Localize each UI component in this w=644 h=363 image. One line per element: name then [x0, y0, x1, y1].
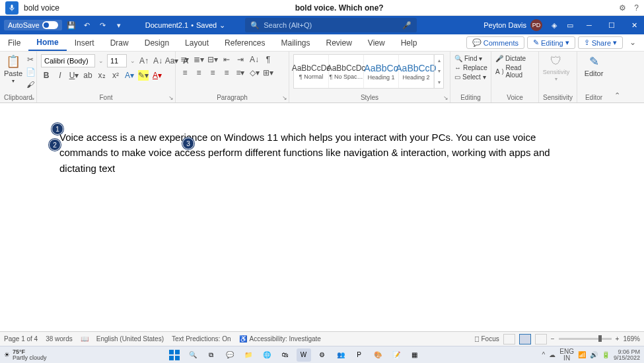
tab-references[interactable]: References: [217, 34, 273, 51]
tab-draw[interactable]: Draw: [102, 34, 137, 51]
styles-gallery[interactable]: AaBbCcDc¶ Normal AaBbCcDc¶ No Spac… AaBb…: [293, 54, 444, 89]
comments-button[interactable]: 💬 Comments: [466, 36, 524, 49]
search-task-icon[interactable]: 🔍: [186, 348, 200, 362]
shrink-font-icon[interactable]: A↓: [153, 56, 163, 66]
weather-widget[interactable]: 75°F Partly cloudy: [13, 349, 47, 361]
numbering-icon[interactable]: ≣▾: [194, 54, 204, 65]
word-icon[interactable]: W: [297, 348, 311, 362]
zoom-in-icon[interactable]: +: [616, 335, 620, 343]
user-account[interactable]: Peyton Davis PD: [481, 18, 545, 32]
find-button[interactable]: 🔍 Find ▾: [454, 54, 487, 63]
tab-review[interactable]: Review: [318, 34, 360, 51]
shading-icon[interactable]: ◇▾: [249, 67, 260, 78]
search-input[interactable]: 🔍 Search (Alt+Q) 🎤: [245, 18, 417, 32]
tab-insert[interactable]: Insert: [67, 34, 102, 51]
highlight-icon[interactable]: ✎▾: [138, 70, 149, 81]
style-heading2[interactable]: AaBbCcDHeading 2: [399, 55, 434, 88]
voice-mic-icon[interactable]: [5, 1, 18, 15]
borders-icon[interactable]: ⊞▾: [263, 67, 273, 78]
grow-font-icon[interactable]: A↑: [139, 56, 149, 66]
voice-help-icon[interactable]: ?: [634, 3, 639, 13]
task-view-icon[interactable]: ⧉: [204, 348, 219, 362]
explorer-icon[interactable]: 📁: [241, 348, 256, 362]
diamond-icon[interactable]: ◈: [548, 19, 561, 32]
styles-expand[interactable]: ▴▾▾: [434, 55, 443, 88]
cut-icon[interactable]: ✂: [25, 54, 36, 65]
document-canvas[interactable]: 1 2 3 Voice access is a new experience o…: [0, 103, 644, 331]
search-mic-icon[interactable]: 🎤: [402, 21, 411, 30]
disambiguation-badge-3[interactable]: 3: [182, 138, 194, 149]
underline-icon[interactable]: U▾: [69, 70, 79, 81]
minimize-button[interactable]: ─: [579, 16, 599, 34]
strike-icon[interactable]: ab: [83, 70, 93, 81]
select-button[interactable]: ▭ Select ▾: [454, 73, 487, 81]
redo-icon[interactable]: ↷: [96, 19, 110, 32]
tray-chevron-icon[interactable]: ^: [542, 351, 546, 358]
text-effects-icon[interactable]: A▾: [124, 70, 135, 81]
show-marks-icon[interactable]: ¶: [263, 54, 273, 65]
tab-home[interactable]: Home: [28, 34, 66, 51]
autosave-toggle[interactable]: AutoSave: [4, 20, 62, 30]
maximize-button[interactable]: ☐: [602, 16, 622, 34]
start-button[interactable]: [167, 348, 182, 362]
replace-button[interactable]: ↔ Replace: [454, 63, 487, 72]
tab-layout[interactable]: Layout: [177, 34, 217, 51]
save-icon[interactable]: 💾: [65, 19, 78, 32]
editing-mode-button[interactable]: ✎ Editing ▾: [527, 36, 575, 49]
clock[interactable]: 9:06 PM 9/15/2022: [614, 349, 640, 361]
app-mode-icon[interactable]: ▭: [563, 19, 577, 32]
sort-icon[interactable]: A↓: [249, 54, 260, 65]
voice-settings-icon[interactable]: ⚙: [619, 3, 626, 13]
qat-more-icon[interactable]: ▾: [112, 19, 125, 32]
view-print-icon[interactable]: [519, 334, 531, 344]
style-no-spacing[interactable]: AaBbCcDc¶ No Spac…: [329, 55, 364, 88]
align-center-icon[interactable]: ≡: [194, 67, 204, 78]
edge-icon[interactable]: 🌐: [260, 348, 274, 362]
justify-icon[interactable]: ≡: [221, 67, 232, 78]
editor-button[interactable]: ✎ Editor: [581, 54, 606, 77]
superscript-icon[interactable]: x²: [110, 70, 121, 81]
status-spellcheck-icon[interactable]: 📖: [81, 335, 89, 343]
tab-design[interactable]: Design: [137, 34, 177, 51]
tab-mailings[interactable]: Mailings: [273, 34, 318, 51]
settings-task-icon[interactable]: ⚙: [315, 348, 330, 362]
subscript-icon[interactable]: x₂: [96, 70, 107, 81]
status-language[interactable]: English (United States): [96, 335, 164, 343]
paragraph-dialog-launcher[interactable]: ↘: [282, 95, 287, 101]
powerpoint-icon[interactable]: P: [352, 348, 367, 362]
notes-icon[interactable]: 📝: [389, 348, 404, 362]
italic-icon[interactable]: I: [55, 70, 65, 81]
style-normal[interactable]: AaBbCcDc¶ Normal: [294, 55, 329, 88]
zoom-out-icon[interactable]: −: [551, 335, 555, 343]
store-icon[interactable]: 🛍: [278, 348, 293, 362]
disambiguation-badge-1[interactable]: 1: [52, 123, 63, 135]
focus-mode-button[interactable]: ⎕ Focus: [475, 335, 499, 343]
decrease-indent-icon[interactable]: ⇤: [221, 54, 232, 65]
teams-icon[interactable]: 👥: [334, 348, 348, 362]
read-aloud-button[interactable]: A) Read Aloud: [495, 63, 534, 79]
collapse-ribbon-icon[interactable]: ⌄: [626, 36, 640, 49]
font-color-icon[interactable]: A▾: [152, 70, 162, 81]
wifi-icon[interactable]: 📶: [578, 351, 586, 358]
font-family-select[interactable]: [41, 54, 95, 67]
status-accessibility[interactable]: ♿ Accessibility: Investigate: [239, 335, 321, 343]
close-button[interactable]: ✕: [624, 16, 644, 34]
status-predictions[interactable]: Text Predictions: On: [172, 335, 231, 343]
app-icon[interactable]: ▦: [408, 348, 422, 362]
view-read-icon[interactable]: [503, 334, 515, 344]
paint-icon[interactable]: 🎨: [371, 348, 385, 362]
zoom-level[interactable]: 169%: [623, 335, 640, 343]
align-right-icon[interactable]: ≡: [207, 67, 218, 78]
increase-indent-icon[interactable]: ⇥: [235, 54, 246, 65]
weather-icon[interactable]: ☀: [4, 351, 10, 358]
bold-icon[interactable]: B: [41, 70, 52, 81]
multilevel-icon[interactable]: ⊟▾: [207, 54, 218, 65]
disambiguation-badge-2[interactable]: 2: [49, 139, 61, 151]
volume-icon[interactable]: 🔊: [590, 351, 598, 358]
align-left-icon[interactable]: ≡: [180, 67, 190, 78]
styles-dialog-launcher[interactable]: ↘: [443, 95, 448, 101]
copy-icon[interactable]: 📄: [25, 67, 36, 77]
document-title[interactable]: Document2.1 • Saved ⌄: [145, 21, 226, 30]
paste-button[interactable]: 📋 Paste ▾: [4, 54, 22, 84]
language-indicator[interactable]: ENGIN: [559, 348, 574, 362]
